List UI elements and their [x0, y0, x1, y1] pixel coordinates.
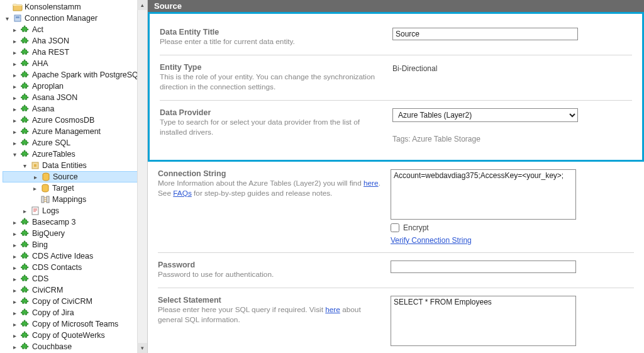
puzzle-icon [20, 296, 30, 306]
chevron-right-icon[interactable] [11, 230, 18, 237]
conn-faq-link[interactable]: FAQs [173, 189, 192, 198]
chevron-right-icon[interactable] [11, 60, 18, 67]
select-here-link[interactable]: here [325, 305, 340, 314]
chevron-right-icon[interactable] [11, 264, 18, 271]
tree-label: Konsolenstamm [25, 3, 81, 11]
tree-connection-item[interactable]: Aha REST [3, 47, 147, 58]
tree-label: BigQuery [32, 229, 65, 238]
chevron-right-icon[interactable] [31, 185, 38, 192]
tree-connection-item[interactable]: Aha JSON [3, 35, 147, 47]
puzzle-icon [20, 228, 30, 238]
tree-label: AHA [32, 59, 48, 68]
tree-connection-item[interactable]: Copy of Microsoft Teams [3, 318, 147, 330]
tree-connection-item[interactable]: Azure SQL [3, 137, 147, 148]
chevron-right-icon[interactable] [11, 117, 18, 124]
chevron-right-icon[interactable] [11, 72, 18, 79]
tree-target[interactable]: Target [3, 182, 147, 194]
chevron-down-icon[interactable] [21, 162, 28, 169]
chevron-down-icon[interactable] [11, 151, 18, 158]
chevron-right-icon[interactable] [11, 253, 18, 260]
svg-rect-6 [42, 196, 44, 203]
tree-data-entities[interactable]: Data Entities [3, 160, 147, 171]
data-provider-select[interactable]: Azure Tables (Layer2) [392, 108, 578, 122]
tree-connection-item[interactable]: Azure CosmosDB [3, 115, 147, 126]
chevron-right-icon[interactable] [11, 26, 18, 33]
tree-connection-item[interactable]: Aproplan [3, 81, 147, 92]
puzzle-icon [20, 126, 30, 137]
chevron-down-icon[interactable] [4, 15, 11, 22]
encrypt-checkbox-row[interactable]: Encrypt [391, 223, 634, 232]
field-label-entity-type: Entity Type [160, 63, 385, 72]
tree-connection-item[interactable]: CiviCRM [3, 284, 147, 296]
tree-connection-item[interactable]: Apache Spark with PostgreSQL [3, 69, 147, 81]
svg-rect-1 [16, 16, 19, 18]
tree-scrollbar[interactable]: ▴ ▾ [137, 0, 147, 353]
encrypt-checkbox[interactable] [391, 223, 399, 232]
tree[interactable]: Konsolenstamm Connection Manager ActAha … [0, 0, 147, 353]
chevron-right-icon[interactable] [11, 332, 18, 339]
connection-string-textarea[interactable]: Account=webdavdiag375;AccessKey=<your_ke… [391, 169, 576, 220]
chevron-right-icon[interactable] [11, 106, 18, 113]
conn-here-link[interactable]: here [364, 179, 379, 188]
tree-connection-item[interactable]: Copy of CiviCRM [3, 296, 147, 307]
puzzle-icon [20, 25, 30, 35]
tree-connection-item[interactable]: Bing [3, 239, 147, 250]
chevron-right-icon[interactable] [11, 83, 18, 90]
field-label-select: Select Statement [158, 296, 383, 305]
chevron-right-icon[interactable] [21, 208, 28, 215]
puzzle-icon [20, 262, 30, 272]
chevron-right-icon[interactable] [11, 276, 18, 283]
tree-logs[interactable]: Logs [3, 205, 147, 216]
scroll-down-icon[interactable]: ▾ [137, 343, 147, 353]
chevron-right-icon[interactable] [11, 287, 18, 294]
page-title: Source [154, 1, 182, 11]
chevron-right-icon[interactable] [11, 49, 18, 56]
chevron-right-icon[interactable] [32, 174, 39, 181]
field-desc: Please enter a title for current data en… [160, 37, 385, 47]
puzzle-icon [20, 319, 30, 329]
chevron-right-icon[interactable] [11, 94, 18, 101]
tree-connection-item[interactable]: CDS Active Ideas [3, 250, 147, 262]
field-label-conn: Connection String [158, 169, 383, 178]
chevron-right-icon[interactable] [11, 128, 18, 135]
scroll-up-icon[interactable]: ▴ [137, 0, 147, 10]
tree-root[interactable]: Konsolenstamm [3, 1, 147, 13]
tree-connection-item[interactable]: BigQuery [3, 228, 147, 239]
puzzle-icon [20, 149, 30, 159]
svg-rect-7 [47, 196, 49, 203]
tree-label: Act [32, 25, 43, 34]
field-label-password: Password [158, 261, 383, 269]
chevron-right-icon[interactable] [11, 344, 18, 350]
tree-connection-item[interactable]: AHA [3, 58, 147, 69]
content-panel: Source Data Entity Title Please enter a … [148, 0, 644, 353]
data-entity-title-input[interactable] [392, 28, 578, 40]
tree-connection-item[interactable]: CDS [3, 273, 147, 284]
svg-rect-3 [34, 164, 36, 167]
verify-connection-link[interactable]: Verify Connection String [391, 236, 634, 245]
chevron-right-icon[interactable] [11, 38, 18, 45]
tree-connection-manager[interactable]: Connection Manager [3, 13, 147, 24]
tree-connection-item[interactable]: Copy of Jira [3, 307, 147, 318]
chevron-right-icon[interactable] [11, 140, 18, 147]
chevron-right-icon[interactable] [11, 219, 18, 226]
tree-connection-item[interactable]: CDS Contacts [3, 262, 147, 273]
tree-label: CDS Active Ideas [32, 252, 93, 261]
chevron-right-icon[interactable] [11, 298, 18, 305]
tree-connection-item[interactable]: Basecamp 3 [3, 216, 147, 228]
tree-connection-item[interactable]: Asana [3, 103, 147, 115]
chevron-right-icon[interactable] [11, 321, 18, 328]
tree-label: Data Entities [42, 161, 87, 170]
tree-connection-item[interactable]: Couchbase [3, 341, 147, 352]
tree-source[interactable]: Source [3, 171, 147, 182]
tree-mappings[interactable]: Mappings [3, 194, 147, 205]
tree-connection-item[interactable]: Azure Management [3, 126, 147, 137]
tree-connection-item[interactable]: Act [3, 24, 147, 35]
password-input[interactable] [391, 261, 576, 273]
select-statement-textarea[interactable]: SELECT * FROM Employees [391, 296, 576, 346]
chevron-right-icon[interactable] [11, 242, 18, 249]
tree-connection-item[interactable]: Copy of QuoteWerks [3, 330, 147, 341]
highlighted-section: Data Entity Title Please enter a title f… [148, 12, 644, 162]
tree-connection-item[interactable]: Asana JSON [3, 92, 147, 103]
tree-connection-item[interactable]: AzureTables [3, 148, 147, 160]
chevron-right-icon[interactable] [11, 310, 18, 317]
